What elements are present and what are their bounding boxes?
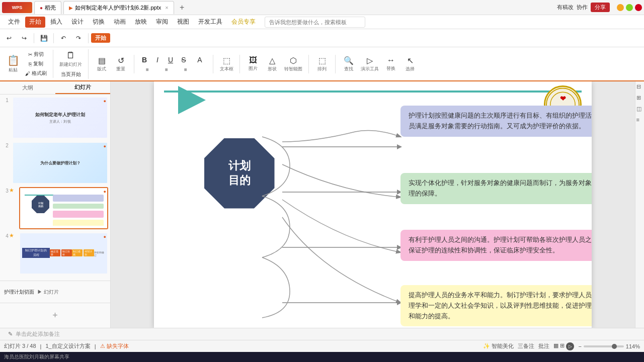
add-slide-button[interactable]: +: [0, 303, 110, 328]
menu-dev[interactable]: 开发工具: [194, 17, 226, 28]
window-controls: [617, 4, 642, 11]
align-center-button[interactable]: ≡: [157, 66, 176, 73]
list-item[interactable]: 2 为什么要做护理计划？ ●: [2, 142, 108, 184]
minimize-button[interactable]: [617, 4, 624, 11]
zoom-slider[interactable]: [584, 345, 624, 347]
slide-panel-sub: ▶ 幻灯片: [37, 289, 59, 296]
slide-thumbnail-active[interactable]: 计划目的 ●: [19, 187, 108, 229]
search-input[interactable]: [265, 17, 365, 28]
menu-bar: 文件 开始 插入 设计 切换 动画 放映 审阅 视图 开发工具 会员专享: [0, 15, 644, 29]
notes-button[interactable]: 三备注: [518, 342, 534, 350]
smart-art-button[interactable]: ⬡ 转智能图: [282, 55, 304, 73]
menu-animation[interactable]: 动画: [110, 17, 130, 28]
maximize-button[interactable]: [626, 4, 633, 11]
list-item[interactable]: 1 如何制定老年人护理计划 主讲人：刘 悦 ●: [2, 97, 108, 139]
undo-button[interactable]: ↩: [2, 31, 16, 45]
bold-button[interactable]: B: [138, 55, 150, 65]
find-button[interactable]: 🔍 查找: [340, 55, 358, 73]
thumb-icon: ●: [104, 234, 106, 239]
image-button[interactable]: 🖼 图片: [244, 55, 262, 73]
layout-info: 1_自定义设计方案: [45, 342, 90, 350]
toolbar-right-action[interactable]: 有稿改: [557, 4, 574, 11]
star-icon: ★: [9, 232, 14, 239]
view-grid-button[interactable]: ⊞: [560, 342, 565, 350]
toolbar-sep-2: [53, 33, 54, 43]
presentation-tools-button[interactable]: ▷ 演示工具: [359, 55, 381, 73]
status-bar: 幻灯片 3 / 48 | 1_自定义设计方案 | ⚠ 缺失字体 ✨ 智能美化 三…: [0, 340, 644, 352]
strikethrough-button[interactable]: S: [178, 55, 190, 65]
panel-icon-1[interactable]: ⊟: [636, 83, 643, 90]
undo2-button[interactable]: ↶: [56, 31, 70, 45]
align-left-button[interactable]: ≡: [138, 66, 156, 73]
layout-button[interactable]: ▤ 版式: [93, 55, 111, 73]
textbox-button[interactable]: ⬚ 文本框: [217, 55, 235, 73]
menu-member[interactable]: 会员专享: [227, 17, 260, 28]
copy-button[interactable]: ⎘复制: [23, 59, 49, 68]
menu-insert[interactable]: 插入: [46, 17, 66, 28]
start-button[interactable]: 开始: [91, 33, 110, 43]
play-button[interactable]: ▷: [566, 342, 574, 350]
thumb-content: 计划目的: [20, 188, 107, 228]
collaborate-button[interactable]: 协作: [577, 4, 588, 11]
tab-doc-label: 如何制定老年人护理计划6.2新.pptx: [75, 4, 161, 12]
panel-icon-2[interactable]: ⊞: [636, 95, 643, 102]
slide-arrow: [174, 87, 209, 113]
slide-thumbnail[interactable]: 如何制定老年人护理计划 主讲人：刘 悦 ●: [12, 97, 108, 139]
slide-thumbnail[interactable]: 制订护理计划 的流程 确定需要 制订目标 制订措施 书写计划 评价和修订 ●: [19, 232, 108, 275]
menu-review[interactable]: 审阅: [152, 17, 172, 28]
reset-button[interactable]: ↺ 重置: [112, 55, 130, 73]
format-painter-button[interactable]: 🖌格式刷: [23, 69, 49, 78]
replace-button[interactable]: ↔ 替换: [382, 55, 400, 73]
zoom-out-button[interactable]: −: [578, 343, 581, 349]
view-normal-button[interactable]: ▦: [553, 342, 558, 350]
comment-bar[interactable]: ✎ 单击此处添加备注: [0, 328, 644, 340]
add-tab-button[interactable]: +: [176, 2, 188, 14]
slide-list: 1 如何制定老年人护理计划 主讲人：刘 悦 ● 2 为什么要做护理计划: [0, 95, 110, 281]
align-right-button[interactable]: ≡: [177, 66, 195, 73]
slide-thumbnail[interactable]: 为什么要做护理计划？ ●: [12, 142, 108, 184]
arrange-button[interactable]: ⬚ 排列: [313, 55, 331, 73]
tab-close-icon[interactable]: ×: [165, 5, 168, 11]
title-bar-right: 有稿改 协作 分享: [557, 3, 642, 12]
tab-document[interactable]: ▶ 如何制定老年人护理计划6.2新.pptx ×: [63, 1, 174, 14]
outline-tab[interactable]: 大纲: [0, 81, 55, 94]
zoom-thumb[interactable]: [612, 344, 617, 349]
cut-button[interactable]: ✂剪切: [23, 50, 49, 59]
thumb-text: 如何制定老年人护理计划 主讲人：刘 悦: [33, 110, 87, 126]
slide-canvas[interactable]: ❤ 护理 计划 目的: [154, 81, 592, 328]
new-slide-button[interactable]: 🗒 新建幻灯片: [57, 49, 84, 69]
close-button[interactable]: [635, 4, 642, 11]
start-from-page-button[interactable]: 当页开始: [59, 70, 83, 79]
menu-home[interactable]: 开始: [25, 17, 45, 28]
select-button[interactable]: ↖ 选择: [401, 55, 419, 73]
save-button[interactable]: 💾: [37, 31, 51, 45]
underline-button[interactable]: U: [165, 55, 177, 65]
redo2-button[interactable]: ↷: [71, 31, 86, 45]
menu-view[interactable]: 视图: [173, 17, 193, 28]
tab-wps-home[interactable]: ● 稻壳: [34, 1, 61, 14]
menu-transition[interactable]: 切换: [89, 17, 109, 28]
menu-slideshow[interactable]: 放映: [131, 17, 151, 28]
list-item[interactable]: 3 ★ 计划目的: [2, 187, 108, 229]
shape-button[interactable]: △ 形状: [263, 55, 281, 73]
font-color-button[interactable]: A: [191, 55, 209, 65]
menu-file[interactable]: 文件: [4, 17, 24, 28]
ribbon: 📋 粘贴 ✂剪切 ⎘复制 🖌格式刷 🗒 新建幻灯片 当页开始: [0, 47, 644, 81]
list-item[interactable]: 4 ★ 制订护理计划 的流程 确定需要 制订目标 制订措施 书写计划 评价和修订: [2, 232, 108, 275]
title-bar-left: WPS ● 稻壳 ▶ 如何制定老年人护理计划6.2新.pptx × +: [2, 1, 188, 14]
menu-design[interactable]: 设计: [67, 17, 88, 28]
panel-icon-3[interactable]: ◫: [636, 106, 643, 113]
italic-button[interactable]: I: [151, 55, 164, 65]
svg-marker-5: [397, 144, 402, 149]
slides-tab[interactable]: 幻灯片: [55, 81, 111, 94]
panel-icon-4[interactable]: ≡: [636, 117, 643, 124]
content-box-4: 提高护理人员的业务水平和能力。制订护理计划，要求护理人员具备医学、护理学和一定的…: [400, 285, 592, 326]
redo-button[interactable]: ↪: [17, 31, 31, 45]
paste-button[interactable]: 📋 粘贴: [4, 50, 22, 78]
share-button[interactable]: 分享: [591, 3, 610, 12]
smart-button[interactable]: ✨ 智能美化: [483, 342, 514, 350]
content-box-2: 实现个体化护理，针对服务对象的健康问题而制订，为服务对象提供个体化护理的保障。: [400, 173, 592, 204]
thumb-icon: ●: [104, 144, 106, 149]
comments-button[interactable]: 批注: [538, 342, 549, 350]
thumb-content: 如何制定老年人护理计划 主讲人：刘 悦: [13, 98, 107, 138]
